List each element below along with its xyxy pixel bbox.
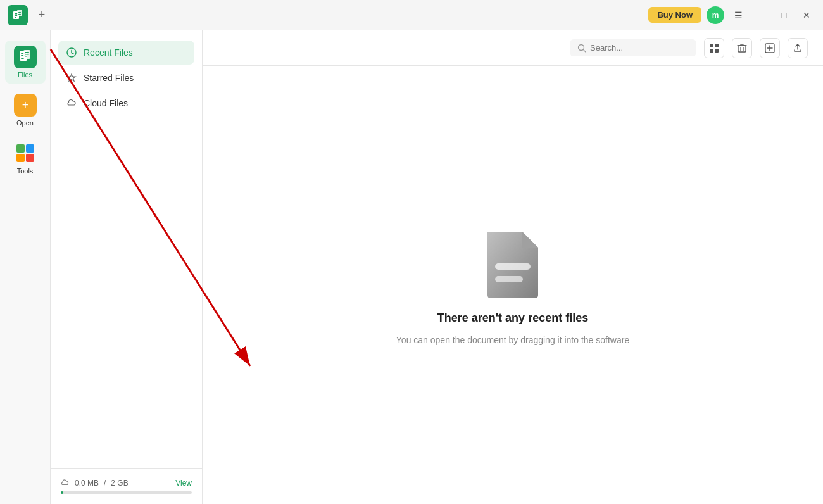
sidebar-item-cloud[interactable]: Cloud Files	[58, 91, 194, 115]
search-icon	[577, 44, 586, 53]
cloud-storage-icon	[61, 479, 70, 488]
tools-icon	[14, 142, 37, 165]
sidebar-menu: Recent Files Starred Files Cloud F	[51, 41, 202, 468]
empty-file-icon	[481, 225, 544, 301]
svg-rect-25	[738, 46, 746, 52]
svg-text:+: +	[22, 99, 28, 111]
svg-rect-5	[17, 10, 22, 16]
cloud-files-label: Cloud Files	[84, 98, 128, 108]
trash-icon	[737, 43, 747, 53]
sidebar: Recent Files Starred Files Cloud F	[51, 30, 203, 504]
avatar: m	[707, 6, 724, 24]
svg-rect-22	[715, 44, 719, 47]
star-icon	[66, 72, 77, 84]
grid-view-button[interactable]	[704, 38, 724, 58]
empty-subtitle: You can open the document by dragging it…	[396, 335, 629, 345]
files-icon	[14, 46, 37, 68]
svg-rect-4	[15, 17, 16, 18]
titlebar-left: +	[8, 5, 51, 25]
sidebar-item-files[interactable]: Files	[5, 41, 46, 84]
files-label: Files	[18, 71, 32, 79]
svg-rect-32	[495, 263, 531, 270]
svg-rect-21	[710, 44, 713, 47]
search-box[interactable]	[570, 39, 696, 56]
svg-rect-23	[710, 49, 713, 53]
new-tab-button[interactable]: +	[33, 6, 51, 24]
menu-button[interactable]: ☰	[729, 6, 747, 24]
svg-rect-13	[25, 52, 29, 53]
titlebar-right: Buy Now m ☰ — □ ✕	[648, 6, 815, 24]
add-icon	[765, 43, 775, 53]
storage-view-button[interactable]: View	[175, 479, 192, 488]
buy-now-button[interactable]: Buy Now	[648, 7, 701, 23]
svg-rect-33	[495, 276, 523, 282]
empty-state: There aren't any recent files You can op…	[203, 66, 823, 504]
storage-bar	[61, 491, 192, 494]
storage-total: 2 GB	[111, 479, 128, 488]
storage-used: 0.0 MB	[75, 479, 99, 488]
cloud-icon	[66, 98, 77, 109]
main-layout: Files + Open Tools	[0, 30, 823, 504]
titlebar: + Buy Now m ☰ — □ ✕	[0, 0, 823, 30]
tools-label: Tools	[17, 167, 34, 175]
svg-rect-24	[715, 49, 719, 53]
trash-button[interactable]	[732, 38, 752, 58]
sidebar-item-recent[interactable]: Recent Files	[58, 41, 194, 65]
close-button[interactable]: ✕	[798, 6, 815, 24]
upload-button[interactable]	[788, 38, 808, 58]
sidebar-item-starred[interactable]: Starred Files	[58, 66, 194, 90]
sidebar-footer: 0.0 MB / 2 GB View	[51, 468, 202, 504]
open-label: Open	[16, 119, 34, 127]
left-nav: Files + Open Tools	[0, 30, 51, 504]
svg-rect-7	[18, 14, 21, 15]
storage-separator: /	[104, 479, 106, 488]
empty-title: There aren't any recent files	[437, 312, 588, 325]
storage-bar-fill	[61, 491, 63, 494]
recent-files-label: Recent Files	[84, 47, 133, 58]
upload-icon	[793, 43, 803, 53]
add-button[interactable]	[760, 38, 780, 58]
svg-rect-6	[18, 12, 21, 13]
content-area: There aren't any recent files You can op…	[203, 30, 823, 504]
sidebar-item-tools[interactable]: Tools	[5, 137, 46, 180]
clock-icon	[66, 47, 77, 58]
svg-line-20	[584, 49, 586, 52]
toolbar	[203, 30, 823, 66]
svg-rect-14	[25, 54, 29, 55]
grid-icon	[709, 43, 719, 53]
maximize-button[interactable]: □	[775, 6, 793, 24]
svg-rect-15	[25, 56, 27, 57]
starred-files-label: Starred Files	[84, 73, 134, 83]
sidebar-item-open[interactable]: + Open	[5, 89, 46, 132]
app-logo	[8, 5, 28, 25]
storage-info: 0.0 MB / 2 GB View	[61, 479, 192, 488]
search-input[interactable]	[590, 43, 689, 53]
open-icon: +	[14, 94, 37, 117]
minimize-button[interactable]: —	[752, 6, 770, 24]
